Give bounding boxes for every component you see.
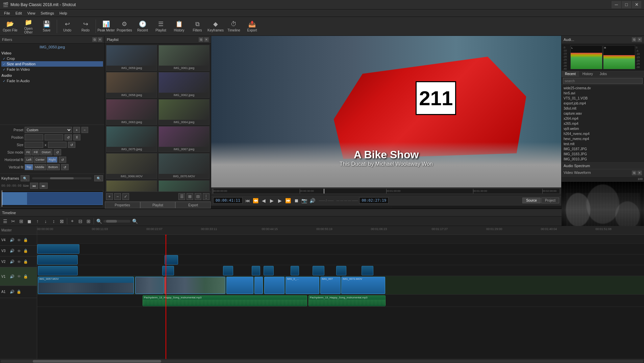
filter-fade-in-video[interactable]: ✓ Fade In Video xyxy=(1,67,103,72)
timecode-out[interactable]: 00:02:27:19 xyxy=(359,197,389,204)
recent-float-button[interactable]: ⧉ xyxy=(632,37,637,42)
kf-next[interactable]: ⏭ xyxy=(40,183,48,189)
jobs-tab[interactable]: Jobs xyxy=(596,71,610,77)
playlist-list-view[interactable]: ☰ xyxy=(178,193,185,200)
transport-start[interactable]: ⏮ xyxy=(244,197,251,204)
v1-clip-main[interactable]: IMG_0057.MOV xyxy=(38,277,134,294)
v-fit-reset[interactable]: ↺ xyxy=(61,164,69,170)
size-mode-fit[interactable]: Fit xyxy=(25,149,31,155)
v2-clip-3[interactable] xyxy=(223,266,233,275)
size-mode-distort[interactable]: Distort xyxy=(40,149,52,155)
v1-clip-3[interactable] xyxy=(165,277,225,294)
v2-clip-9[interactable] xyxy=(362,266,373,275)
track-v3-eye[interactable]: 👁 xyxy=(16,248,22,254)
filters-float-button[interactable]: ⧉ xyxy=(92,37,97,42)
recent-item-14[interactable]: IMG_0010.JPG xyxy=(562,157,643,162)
recent-tab[interactable]: Recent xyxy=(562,71,579,77)
recent-item-0[interactable]: wide25-cinema.dv xyxy=(562,86,643,91)
filters-button[interactable]: ⧉ Filters xyxy=(189,18,206,35)
recent-item-1[interactable]: hin5.avi xyxy=(562,91,643,96)
export-button[interactable]: 📤 Export xyxy=(243,18,261,35)
filter-size-position[interactable]: ✓ Size and Position xyxy=(1,61,103,67)
playlist-item-11[interactable]: IMG_0072.MOV xyxy=(158,180,209,191)
filter-crop[interactable]: ✓ Crop xyxy=(1,56,103,61)
playlist-item-9[interactable]: IMG_0070.MOV xyxy=(158,153,209,179)
playlist-add-button[interactable]: + xyxy=(106,193,113,200)
transport-ffwd[interactable]: ⏩ xyxy=(284,197,292,204)
timeline-button[interactable]: ⏱ Timeline xyxy=(225,18,243,35)
v3-clip-1[interactable] xyxy=(37,255,78,265)
menu-view[interactable]: View xyxy=(25,10,38,16)
recent-close-button[interactable]: ✕ xyxy=(637,37,642,42)
keyframes-button[interactable]: ◆ Keyframes xyxy=(207,18,224,35)
track-v4-eye[interactable]: 👁 xyxy=(16,237,22,243)
tl-scrub[interactable]: ⌖ xyxy=(69,218,76,225)
v-fit-bottom[interactable]: Bottom xyxy=(47,164,60,170)
v2-clip-7[interactable] xyxy=(313,266,324,275)
recent-item-10[interactable]: hevc_nvenc.mp4 xyxy=(562,136,643,141)
history-button[interactable]: 📋 History xyxy=(170,18,188,35)
a1-clip-1[interactable]: Pachyderm_13_Happy_Song_instrumental.mp3 xyxy=(143,295,307,306)
recent-item-2[interactable]: VTS_01_1.VOB xyxy=(562,96,643,101)
v2-clip-8[interactable] xyxy=(336,266,346,275)
tl-menu[interactable]: ☰ xyxy=(1,218,9,225)
track-v2-eye[interactable]: 👁 xyxy=(16,259,22,265)
v1-clip-7[interactable]: IMG_0_... xyxy=(286,277,319,294)
history-tab[interactable]: History xyxy=(579,71,596,77)
position-kf-button[interactable]: ⧖ xyxy=(73,134,80,140)
playlist-float-button[interactable]: ⧉ xyxy=(199,37,203,42)
h-fit-reset[interactable]: ↺ xyxy=(59,157,66,163)
track-a1-audio[interactable]: 🔊 xyxy=(9,289,15,295)
peak-meter-button[interactable]: 📊 Peak Meter xyxy=(97,18,115,35)
v-fit-top[interactable]: Top xyxy=(25,164,33,170)
playlist-item-3[interactable]: IMG_0062.jpeg xyxy=(158,72,209,98)
tl-overwrite[interactable]: ◼ xyxy=(26,218,33,225)
timeline-scroll-thumb[interactable] xyxy=(33,360,161,363)
v1-clip-4[interactable] xyxy=(226,277,253,294)
timecode-in[interactable]: 00:00:41:11 xyxy=(213,197,243,204)
menu-settings[interactable]: Settings xyxy=(38,10,57,16)
playlist-item-2[interactable]: IMG_0058.jpeg xyxy=(106,72,157,98)
waveform-close[interactable]: ✕ xyxy=(637,171,642,175)
recent-item-9[interactable]: h264_nvenc.mp4 xyxy=(562,131,643,136)
maximize-button[interactable]: □ xyxy=(622,1,631,8)
tab-export[interactable]: Export xyxy=(175,202,211,208)
playlist-item-8[interactable]: IMG_0066.MOV xyxy=(106,153,157,179)
transport-step-back[interactable]: ◀ xyxy=(260,197,268,204)
track-v1-audio[interactable]: 🔊 xyxy=(9,274,15,279)
playlist-grid-view[interactable]: ⊞ xyxy=(187,193,193,200)
v1-clip-9[interactable]: IMG_0072.MOV xyxy=(341,277,385,294)
recent-item-5[interactable]: capture.wav xyxy=(562,111,643,116)
minimize-button[interactable]: ─ xyxy=(612,1,621,8)
v1-clip-2[interactable] xyxy=(135,277,164,294)
filters-close-button[interactable]: ✕ xyxy=(98,37,102,42)
v2-clip-1[interactable] xyxy=(38,266,78,275)
recent-item-11[interactable]: test.mlt xyxy=(562,141,643,146)
recent-button[interactable]: 🕐 Recent xyxy=(134,18,151,35)
v1-clip-5[interactable] xyxy=(254,277,263,294)
close-button[interactable]: ✕ xyxy=(632,1,641,8)
tl-lift[interactable]: ↕ xyxy=(50,218,57,225)
playlist-item-5[interactable]: IMG_0064.jpeg xyxy=(158,99,209,125)
v3-clip-2[interactable] xyxy=(165,255,178,265)
playlist-button[interactable]: ☰ Playlist xyxy=(152,18,170,35)
transport-step-fwd[interactable]: ▶ xyxy=(276,197,284,204)
track-v2-lock[interactable]: 🔒 xyxy=(23,259,28,265)
v2-clip-2[interactable] xyxy=(162,266,174,275)
size-w-input[interactable]: 2013 xyxy=(25,142,43,148)
playlist-item-4[interactable]: IMG_0063.jpeg xyxy=(106,99,157,125)
playlist-item-1[interactable]: IMG_0061.jpeg xyxy=(158,45,209,71)
kf-prev[interactable]: ⏮ xyxy=(30,183,38,189)
tl-razor[interactable]: ✂ xyxy=(9,218,17,225)
v1-clip-6[interactable] xyxy=(264,277,284,294)
transport-volume[interactable]: 🔊 xyxy=(309,197,316,204)
playlist-item-0[interactable]: IMG_0059.jpeg xyxy=(106,45,157,71)
tl-ripple2[interactable]: ⊞ xyxy=(85,218,92,225)
waveform-float[interactable]: ⧉ xyxy=(632,171,637,175)
track-v4-lock[interactable]: 🔒 xyxy=(23,237,28,243)
h-fit-right[interactable]: Right xyxy=(47,157,57,163)
h-fit-center[interactable]: Center xyxy=(34,157,46,163)
save-button[interactable]: 💾 Save xyxy=(38,18,55,35)
v2-clip-5[interactable] xyxy=(264,266,274,275)
recent-item-12[interactable]: IMG_0187.JPG xyxy=(562,146,643,152)
